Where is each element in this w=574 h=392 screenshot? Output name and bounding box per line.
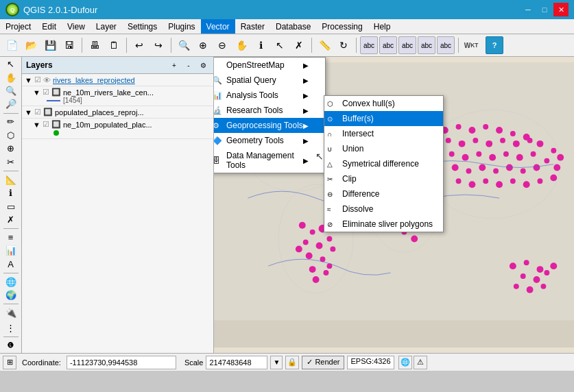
tb-open[interactable]: 📂 (22, 36, 40, 54)
menu-processing[interactable]: Processing (316, 19, 368, 34)
menu-layer[interactable]: Layer (91, 19, 122, 34)
vm-item-researchtools[interactable]: 🔬 Research Tools ▶ (214, 103, 325, 118)
tb-label-4[interactable]: abc (418, 36, 435, 54)
lt-edit[interactable]: ✏ (2, 116, 20, 127)
svg-point-83 (449, 151, 455, 157)
lt-chart[interactable]: 📊 (2, 245, 20, 256)
lt-plugin[interactable]: 🔌 (2, 307, 20, 319)
status-scale-input[interactable] (206, 356, 267, 369)
lt-identify[interactable]: ℹ (2, 187, 20, 199)
layers-remove-icon[interactable]: - (182, 59, 195, 71)
menu-project[interactable]: Project (0, 19, 36, 34)
tb-print[interactable]: 🖶 (86, 36, 104, 54)
menu-settings[interactable]: Settings (122, 19, 163, 34)
lt-label[interactable]: A (2, 258, 20, 270)
vm-item-datamanagement[interactable]: 🗄 Data Management Tools ▶ (214, 148, 325, 173)
menu-raster[interactable]: Raster (235, 19, 270, 34)
lt-logo-bottom[interactable]: 🅠 (2, 340, 20, 352)
vm-icon-analysistools: 📊 (214, 91, 222, 100)
status-coord-input[interactable] (67, 356, 176, 369)
tb-label-3[interactable]: abc (398, 36, 416, 54)
tb-label-1[interactable]: abc (360, 36, 378, 54)
vm-item-openstreetmap[interactable]: OpenStreetMap ▶ (214, 58, 325, 73)
geo-item-dissolve[interactable]: ≈ Dissolve (324, 201, 443, 217)
geo-item-union[interactable]: ∪ Union (324, 141, 443, 156)
tb-select[interactable]: ↖ (271, 36, 289, 54)
tb-pan[interactable]: ✋ (232, 36, 250, 54)
list-item[interactable]: ▼ ☑ 👁 rivers_lakes_reprojected (22, 74, 213, 86)
vector-menu[interactable]: OpenStreetMap ▶ 🔍 Spatial Query ▶ 📊 Anal… (214, 57, 326, 173)
geo-item-symdiff[interactable]: △ Symetrical difference (324, 156, 443, 171)
tb-deselect[interactable]: ✗ (290, 36, 308, 54)
tb-undo[interactable]: ↩ (130, 36, 148, 54)
maximize-button[interactable]: □ (537, 3, 552, 16)
status-crs-icon[interactable]: 🌐 (398, 356, 412, 369)
status-scale-dropdown[interactable]: ▼ (270, 356, 283, 369)
list-item[interactable]: ▼ ☑ 🔲 populated_places_reproj... (22, 106, 213, 119)
svg-point-109 (510, 262, 516, 269)
lt-deselect[interactable]: ✗ (2, 214, 20, 225)
minimize-button[interactable]: ─ (521, 3, 536, 16)
geo-label-clip: Clip (342, 174, 357, 184)
lt-expand[interactable]: ⋮ (2, 322, 20, 334)
lt-measure[interactable]: 📐 (2, 174, 20, 186)
geo-item-intersect[interactable]: ∩ Intersect (324, 126, 443, 141)
lt-digitize[interactable]: ⊕ (2, 143, 20, 154)
geo-item-convex[interactable]: ⬡ Convex hull(s) (324, 96, 443, 111)
lt-zoom-out[interactable]: 🔎 (2, 98, 20, 110)
lt-pointer[interactable]: ↖ (2, 58, 20, 70)
vm-item-spatialquery[interactable]: 🔍 Spatial Query ▶ (214, 73, 325, 88)
lt-attribute[interactable]: ≡ (2, 232, 20, 243)
layers-add-icon[interactable]: + (168, 59, 180, 71)
menu-help[interactable]: Help (368, 19, 396, 34)
tb-zoom-full[interactable]: 🔍 (175, 36, 193, 54)
menu-edit[interactable]: Edit (36, 19, 62, 34)
vm-item-analysistools[interactable]: 📊 Analysis Tools ▶ (214, 88, 325, 103)
tb-new[interactable]: 📄 (3, 36, 21, 54)
vm-item-geoprocessing[interactable]: ⚙ Geoprocessing Tools ▶ (214, 118, 325, 133)
menu-view[interactable]: View (62, 19, 91, 34)
geo-item-eliminate[interactable]: ⊘ Eliminate sliver polygons (324, 217, 443, 232)
vm-item-geometrytools[interactable]: 🔷 Geometry Tools ▶ (214, 133, 325, 148)
lt-globe2[interactable]: 🌍 (2, 289, 20, 301)
status-lock-icon[interactable]: 🔒 (285, 356, 299, 369)
menu-plugins[interactable]: Plugins (163, 19, 200, 34)
tb-measure[interactable]: 📏 (315, 36, 333, 54)
tb-help[interactable]: ? (486, 36, 503, 54)
tb-identify[interactable]: ℹ (252, 36, 270, 54)
tb-wkt[interactable]: WKT (462, 36, 480, 54)
tb-zoom-out[interactable]: ⊖ (213, 36, 231, 54)
geo-item-buffer[interactable]: ⊙ Buffer(s) (324, 111, 443, 126)
geo-item-difference[interactable]: ⊖ Difference (324, 186, 443, 201)
layer-vis-icon-2: 🔲 (51, 88, 61, 97)
expand-icon-3: ▼ (25, 108, 32, 117)
lt-select-rect[interactable]: ▭ (2, 200, 20, 212)
geo-submenu[interactable]: ⬡ Convex hull(s) ⊙ Buffer(s) ∩ Intersect… (324, 95, 444, 232)
tb-label-5[interactable]: abc (437, 36, 455, 54)
lt-node[interactable]: ⬡ (2, 130, 20, 141)
tb-sep-2 (126, 38, 127, 53)
lt-pan[interactable]: ✋ (2, 71, 20, 83)
list-item[interactable]: ▼ ☑ 🔲 ne_10m_populated_plac... (22, 119, 213, 139)
geo-item-clip[interactable]: ✂ Clip (324, 171, 443, 186)
status-render-btn[interactable]: ✓ Render (302, 356, 344, 369)
tb-redo[interactable]: ↪ (150, 36, 167, 54)
tb-print2[interactable]: 🗒 (105, 36, 123, 54)
lt-sep-6 (3, 336, 19, 337)
tb-refresh[interactable]: ↻ (335, 36, 352, 54)
lt-split[interactable]: ✂ (2, 156, 20, 167)
status-layers-icon[interactable]: ⊞ (3, 356, 16, 369)
list-item[interactable]: ▼ ☑ 🔲 ne_10m_rivers_lake_cen... [1454] (22, 86, 213, 106)
close-button[interactable]: ✕ (553, 3, 569, 16)
map-area[interactable]: OpenStreetMap ▶ 🔍 Spatial Query ▶ 📊 Anal… (214, 57, 574, 353)
lt-zoom-in[interactable]: 🔍 (2, 85, 20, 97)
tb-zoom-in[interactable]: ⊕ (194, 36, 212, 54)
status-warning-icon[interactable]: ⚠ (414, 356, 427, 369)
menu-database[interactable]: Database (270, 19, 316, 34)
menu-vector[interactable]: Vector (201, 19, 235, 34)
tb-label-2[interactable]: abc (379, 36, 397, 54)
lt-globe[interactable]: 🌐 (2, 276, 20, 288)
tb-save-as[interactable]: 🖫 (60, 36, 78, 54)
tb-save[interactable]: 💾 (41, 36, 59, 54)
layers-settings-icon[interactable]: ⚙ (197, 59, 209, 71)
